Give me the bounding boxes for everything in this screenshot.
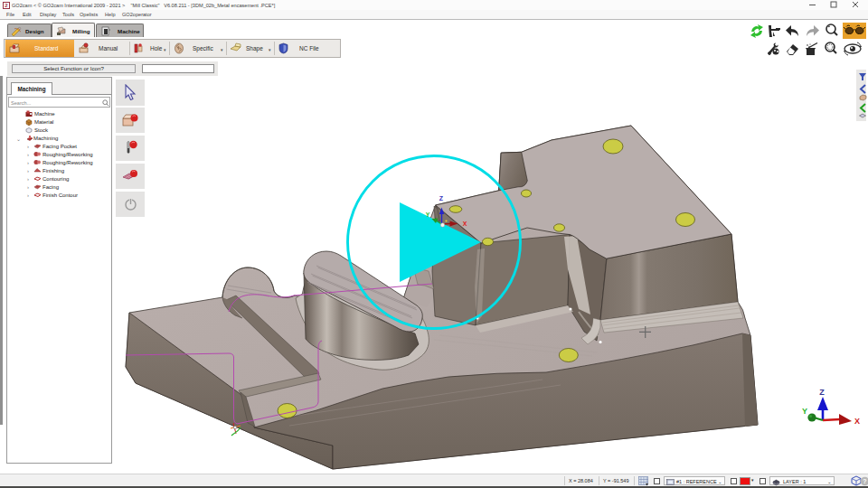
svg-text:Y: Y (426, 211, 430, 218)
svg-text:X: X (463, 221, 467, 227)
svg-text:Z: Z (439, 195, 444, 202)
svg-text:Y: Y (802, 407, 807, 416)
svg-text:X: X (854, 417, 860, 426)
svg-text:Z: Z (819, 388, 825, 397)
svg-text:?: ? (863, 478, 866, 484)
